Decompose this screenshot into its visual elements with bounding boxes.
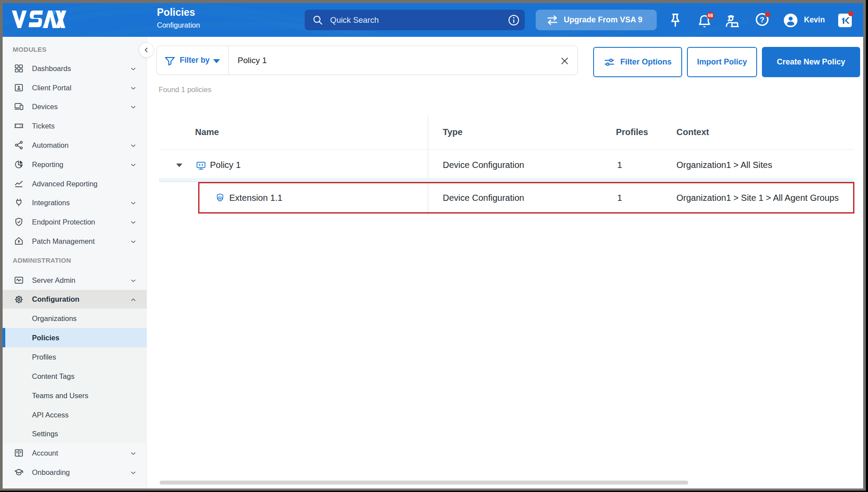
svg-text:?: ? bbox=[760, 16, 764, 24]
